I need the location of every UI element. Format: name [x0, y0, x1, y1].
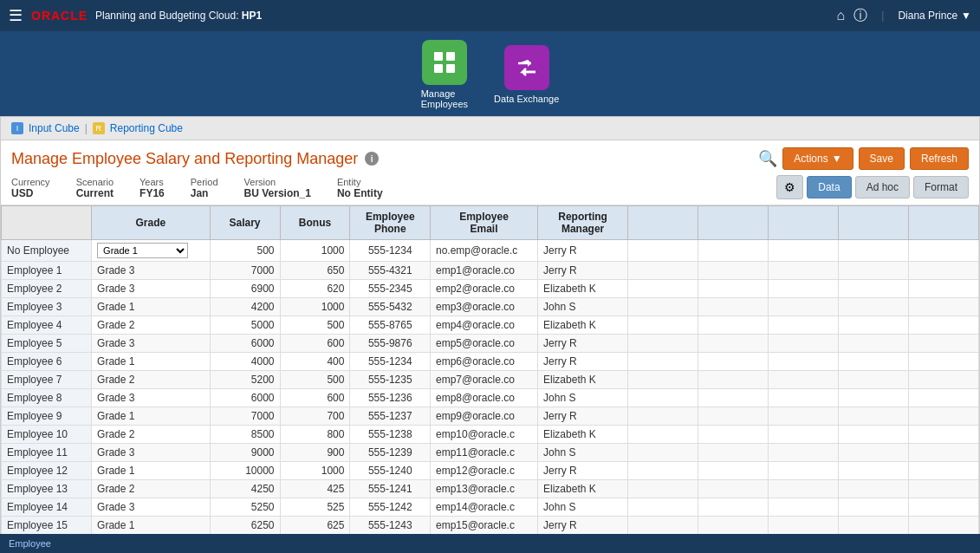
col-header-manager: ReportingManager	[538, 206, 628, 240]
cell-salary: 5000	[210, 316, 280, 335]
save-button[interactable]: Save	[859, 147, 905, 170]
data-exchange-icon-item[interactable]: Data Exchange	[494, 45, 559, 104]
user-menu[interactable]: Diana Prince ▼	[898, 10, 971, 22]
manage-employees-icon-item[interactable]: ManageEmployees	[421, 40, 468, 109]
cell-salary: 5200	[210, 371, 280, 389]
table-row: Employee 12Grade 1100001000555-1240emp12…	[2, 462, 979, 480]
cell-phone: 555-4321	[350, 262, 431, 280]
table-row: Employee 8Grade 36000600555-1236emp8@ora…	[2, 389, 979, 407]
search-icon[interactable]: 🔍	[758, 149, 777, 168]
cell-grade: Grade 3	[92, 280, 210, 298]
col-header-name	[2, 206, 92, 240]
cell-empty	[769, 371, 839, 389]
cell-phone: 555-1241	[350, 480, 431, 498]
refresh-button[interactable]: Refresh	[910, 147, 969, 170]
cell-grade: Grade 3	[92, 262, 210, 280]
grade-dropdown[interactable]: Grade 1Grade 2Grade 3	[97, 243, 188, 258]
cell-bonus: 600	[280, 389, 350, 407]
actions-button[interactable]: Actions ▼	[782, 147, 853, 170]
cell-empty	[698, 480, 769, 498]
cell-email: emp6@oracle.co	[431, 353, 538, 371]
cell-empty	[698, 335, 769, 353]
cell-email: emp13@oracle.c	[431, 480, 538, 498]
context-years: Years FY16	[140, 177, 165, 199]
cell-empty	[838, 407, 908, 426]
cell-salary: 4200	[210, 298, 280, 316]
cell-salary: 8500	[210, 426, 280, 444]
table-row: Employee 6Grade 14000400555-1234emp6@ora…	[2, 353, 979, 371]
cell-empty	[908, 517, 978, 535]
employee-table: Grade Salary Bonus EmployeePhone Employe…	[1, 205, 979, 535]
view-buttons: ⚙ Data Ad hoc Format	[776, 175, 969, 199]
gear-icon: ⚙	[784, 180, 795, 194]
hamburger-icon[interactable]: ☰	[9, 6, 23, 25]
cell-empty	[908, 298, 978, 316]
cell-empty	[628, 407, 698, 426]
cell-empty	[908, 444, 978, 462]
cell-manager: Elizabeth K	[538, 280, 628, 298]
input-cube-link[interactable]: I Input Cube	[11, 122, 80, 134]
format-button[interactable]: Format	[913, 176, 969, 198]
nav-icons: ⌂ ⓘ | Diana Prince ▼	[837, 7, 971, 25]
col-header-bonus: Bonus	[280, 206, 350, 240]
cell-grade: Grade 3	[92, 498, 210, 517]
cell-employee-name: Employee 11	[2, 444, 92, 462]
cell-salary: 6000	[210, 389, 280, 407]
cell-empty	[838, 426, 908, 444]
home-icon[interactable]: ⌂	[837, 8, 846, 23]
cell-empty	[769, 316, 839, 335]
cell-empty	[838, 498, 908, 517]
cell-empty	[908, 280, 978, 298]
cell-employee-name: Employee 5	[2, 335, 92, 353]
cell-bonus: 900	[280, 444, 350, 462]
context-version: Version BU Version_1	[244, 177, 311, 199]
cell-empty	[698, 389, 769, 407]
cell-email: no.emp@oracle.c	[431, 240, 538, 262]
cell-employee-name: Employee 3	[2, 298, 92, 316]
cell-salary: 500	[210, 240, 280, 262]
info-icon[interactable]: i	[365, 152, 379, 166]
cell-empty	[769, 240, 839, 262]
cell-empty	[908, 426, 978, 444]
cell-bonus: 500	[280, 371, 350, 389]
cell-empty	[769, 280, 839, 298]
cell-empty	[698, 280, 769, 298]
cell-bonus: 620	[280, 280, 350, 298]
col-extra-5	[908, 206, 978, 240]
reporting-cube-link[interactable]: R Reporting Cube	[93, 122, 183, 134]
cell-grade: Grade 1	[92, 353, 210, 371]
page-header: Manage Employee Salary and Reporting Man…	[1, 140, 979, 173]
cell-empty	[698, 407, 769, 426]
table-row: Employee 1Grade 37000650555-4321emp1@ora…	[2, 262, 979, 280]
help-icon[interactable]: ⓘ	[853, 7, 867, 25]
adhoc-button[interactable]: Ad hoc	[855, 176, 910, 198]
cell-phone: 555-1242	[350, 498, 431, 517]
cell-empty	[769, 389, 839, 407]
data-button[interactable]: Data	[807, 176, 851, 198]
table-container[interactable]: Grade Salary Bonus EmployeePhone Employe…	[1, 205, 979, 553]
cell-email: emp12@oracle.c	[431, 462, 538, 480]
cell-manager: Jerry R	[538, 240, 628, 262]
cell-employee-name: Employee 2	[2, 280, 92, 298]
cell-grade[interactable]: Grade 1Grade 2Grade 3	[92, 240, 210, 262]
table-row: Employee 5Grade 36000600555-9876emp5@ora…	[2, 335, 979, 353]
cell-bonus: 700	[280, 407, 350, 426]
cell-manager: John S	[538, 498, 628, 517]
cell-empty	[698, 262, 769, 280]
cell-employee-name: Employee 8	[2, 389, 92, 407]
cell-empty	[628, 240, 698, 262]
cell-phone: 555-1243	[350, 517, 431, 535]
settings-button[interactable]: ⚙	[776, 175, 803, 199]
cell-phone: 555-8765	[350, 316, 431, 335]
cell-manager: Jerry R	[538, 407, 628, 426]
cell-empty	[769, 262, 839, 280]
cell-phone: 555-1239	[350, 444, 431, 462]
table-row: Employee 11Grade 39000900555-1239emp11@o…	[2, 444, 979, 462]
cell-salary: 9000	[210, 444, 280, 462]
cell-empty	[908, 262, 978, 280]
app-title: Planning and Budgeting Cloud: HP1	[95, 10, 262, 22]
cell-empty	[628, 316, 698, 335]
cell-empty	[838, 335, 908, 353]
cell-empty	[698, 353, 769, 371]
cell-employee-name: Employee 13	[2, 480, 92, 498]
